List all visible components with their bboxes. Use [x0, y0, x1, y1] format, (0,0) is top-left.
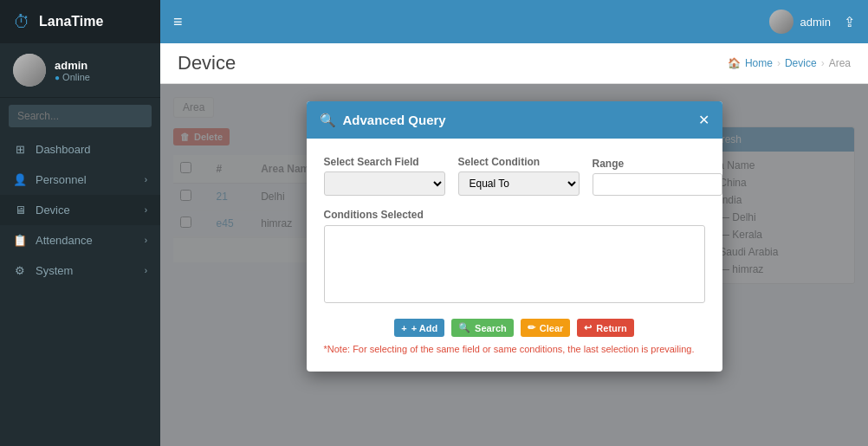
breadcrumb-area: Area: [829, 57, 851, 69]
range-group: Range: [593, 158, 722, 196]
content-area: Area 🗑 Delete 🔍 Se: [160, 84, 868, 446]
sidebar-search-input[interactable]: [9, 105, 152, 127]
sidebar-brand: ⏱ LanaTime: [0, 0, 160, 43]
modal-body: Select Search Field Select Condition Equ…: [307, 139, 722, 372]
main-content: ≡ admin ⇪ Device 🏠 Home › Device › Area: [160, 0, 868, 446]
brand-icon: ⏱: [13, 12, 30, 32]
navbar-avatar: [769, 10, 794, 34]
conditions-section: Conditions Selected: [324, 209, 705, 306]
chevron-right-icon: ›: [145, 266, 147, 275]
modal-header: 🔍 Advanced Query ✕: [307, 101, 722, 139]
sidebar-search[interactable]: [0, 98, 160, 134]
conditions-label: Conditions Selected: [324, 209, 705, 221]
avatar: [13, 54, 46, 87]
chevron-right-icon: ›: [145, 236, 147, 245]
sidebar-item-label: Dashboard: [36, 143, 91, 156]
sidebar-item-label: System: [36, 264, 73, 277]
range-label: Range: [593, 158, 722, 170]
top-navbar: ≡ admin ⇪: [160, 0, 868, 43]
modal-clear-button[interactable]: ✏ Clear: [521, 319, 571, 337]
sidebar-item-system[interactable]: ⚙ System ›: [0, 255, 160, 286]
chevron-right-icon: ›: [145, 175, 147, 184]
search-icon: 🔍: [458, 322, 470, 333]
system-icon: ⚙: [13, 264, 27, 277]
sidebar: ⏱ LanaTime admin ● Online ⊞ Dashboard: [0, 0, 160, 446]
sidebar-status: ● Online: [55, 72, 90, 82]
breadcrumb-home[interactable]: Home: [745, 57, 773, 69]
user-info: admin ● Online: [55, 59, 90, 82]
clear-icon: ✏: [528, 322, 535, 333]
modal-actions: + + Add 🔍 Search ✏ Clear: [324, 319, 705, 337]
modal-overlay: 🔍 Advanced Query ✕ Select Search Field: [160, 84, 868, 446]
plus-icon: +: [401, 323, 406, 333]
condition-label: Select Condition: [458, 156, 580, 168]
sidebar-item-dashboard[interactable]: ⊞ Dashboard: [0, 134, 160, 165]
sidebar-item-label: Device: [36, 204, 70, 217]
breadcrumb: 🏠 Home › Device › Area: [728, 57, 851, 69]
breadcrumb-device[interactable]: Device: [785, 57, 817, 69]
page-header: Device 🏠 Home › Device › Area: [160, 43, 868, 84]
return-icon: ↩: [584, 322, 592, 333]
page-title: Device: [178, 52, 236, 74]
query-icon: 🔍: [320, 113, 336, 128]
sidebar-nav: ⊞ Dashboard 👤 Personnel › 🖥 Device › 📋 A…: [0, 134, 160, 446]
navbar-username: admin: [800, 16, 831, 29]
menu-toggle-icon[interactable]: ≡: [173, 13, 183, 31]
conditions-textarea[interactable]: [324, 225, 705, 303]
modal-form-row: Select Search Field Select Condition Equ…: [324, 156, 705, 196]
sidebar-item-label: Personnel: [36, 173, 87, 186]
condition-select[interactable]: Equal To Not Equal To Greater Than Less …: [458, 171, 580, 196]
modal-return-button[interactable]: ↩ Return: [577, 319, 633, 337]
modal-title: 🔍 Advanced Query: [320, 113, 446, 128]
condition-group: Select Condition Equal To Not Equal To G…: [458, 156, 580, 196]
device-icon: 🖥: [13, 204, 27, 217]
navbar-user[interactable]: admin: [769, 10, 831, 34]
attendance-icon: 📋: [13, 234, 27, 247]
modal-search-button[interactable]: 🔍 Search: [451, 319, 514, 337]
sidebar-user: admin ● Online: [0, 43, 160, 98]
personnel-icon: 👤: [13, 173, 27, 186]
search-field-label: Select Search Field: [324, 156, 445, 168]
advanced-query-modal: 🔍 Advanced Query ✕ Select Search Field: [307, 101, 722, 372]
modal-close-button[interactable]: ✕: [698, 112, 709, 128]
sidebar-item-device[interactable]: 🖥 Device ›: [0, 195, 160, 225]
navbar-right: admin ⇪: [769, 10, 855, 34]
sidebar-username: admin: [55, 59, 90, 72]
sidebar-item-label: Attendance: [36, 234, 93, 247]
search-field-select[interactable]: [324, 171, 445, 196]
add-button[interactable]: + + Add: [394, 319, 444, 337]
search-field-group: Select Search Field: [324, 156, 445, 196]
modal-note: *Note: For selecting of the same field o…: [324, 344, 705, 354]
chevron-right-icon: ›: [145, 205, 147, 215]
share-icon[interactable]: ⇪: [844, 14, 855, 30]
home-icon: 🏠: [728, 57, 741, 69]
range-input[interactable]: [593, 173, 722, 196]
dashboard-icon: ⊞: [13, 143, 27, 156]
sidebar-item-attendance[interactable]: 📋 Attendance ›: [0, 225, 160, 255]
sidebar-item-personnel[interactable]: 👤 Personnel ›: [0, 165, 160, 195]
brand-name: LanaTime: [39, 14, 103, 29]
